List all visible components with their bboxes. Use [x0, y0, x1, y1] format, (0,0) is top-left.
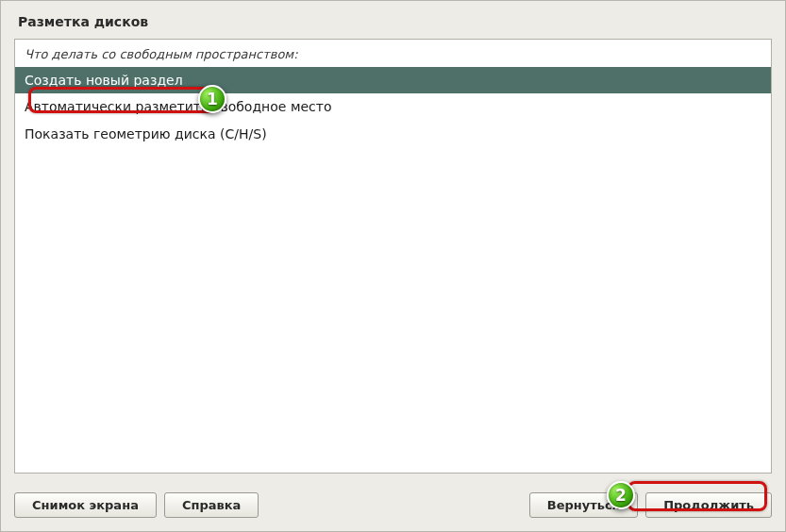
window-title: Разметка дисков: [1, 1, 785, 39]
continue-button[interactable]: Продолжить: [645, 492, 772, 518]
help-button[interactable]: Справка: [164, 492, 259, 518]
button-bar: Снимок экрана Справка Вернуться Продолжи…: [1, 483, 785, 531]
spacer: [266, 492, 521, 518]
back-button[interactable]: Вернуться: [529, 492, 638, 518]
option-auto-partition-free-space[interactable]: Автоматически разметить свободное место: [15, 93, 771, 120]
option-create-new-partition[interactable]: Создать новый раздел: [15, 67, 771, 93]
partition-window: Разметка дисков Что делать со свободным …: [0, 0, 786, 532]
content-panel: Что делать со свободным пространством: С…: [14, 39, 772, 474]
screenshot-button[interactable]: Снимок экрана: [14, 492, 157, 518]
prompt-text: Что делать со свободным пространством:: [15, 40, 771, 67]
option-list: Создать новый раздел Автоматически разме…: [15, 67, 771, 473]
option-show-disk-geometry[interactable]: Показать геометрию диска (C/H/S): [15, 121, 771, 147]
